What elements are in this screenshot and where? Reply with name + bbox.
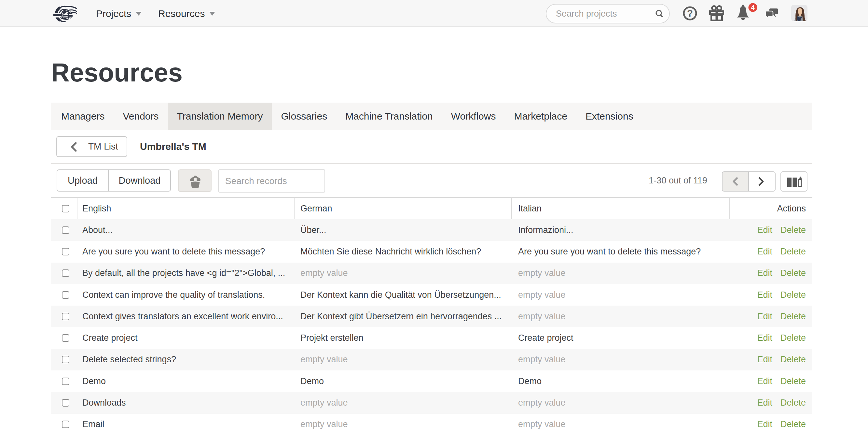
svg-text:4: 4 xyxy=(751,4,755,11)
svg-text:?: ? xyxy=(687,8,693,19)
